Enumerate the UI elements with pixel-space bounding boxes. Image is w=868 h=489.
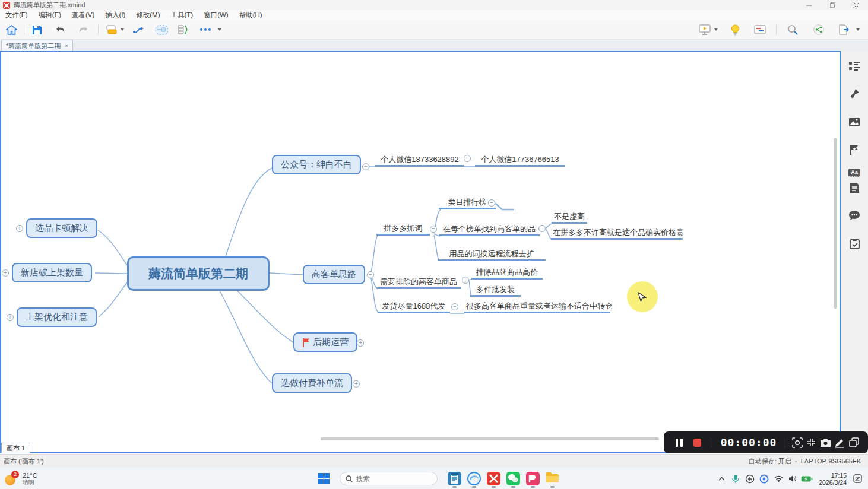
collapse-icon[interactable]: − bbox=[430, 226, 437, 233]
idea-lightbulb-button[interactable] bbox=[726, 22, 744, 37]
format-panel-button[interactable] bbox=[751, 22, 769, 37]
collapse-icon[interactable]: − bbox=[362, 163, 369, 170]
taskbar-app-xmind[interactable] bbox=[484, 469, 503, 488]
wifi-icon[interactable] bbox=[771, 470, 785, 488]
taskbar-app-wechat[interactable] bbox=[503, 469, 523, 488]
screenshot-camera-icon[interactable] bbox=[819, 435, 833, 450]
comments-icon[interactable] bbox=[845, 207, 863, 224]
map-topic[interactable]: 很多高客单商品重量或者运输不适合中转仓 bbox=[464, 301, 610, 313]
tab-close-icon[interactable]: × bbox=[65, 43, 68, 49]
horizontal-scrollbar[interactable] bbox=[321, 437, 659, 440]
document-tab[interactable]: *薅流简单版第二期 × bbox=[1, 40, 73, 51]
pause-recording-button[interactable] bbox=[676, 439, 683, 447]
presentation-dropdown-caret[interactable] bbox=[714, 28, 718, 31]
taskbar-app-explorer[interactable] bbox=[543, 469, 562, 488]
collapse-icon[interactable]: − bbox=[462, 277, 469, 284]
map-topic[interactable]: 在拼多多不许高就是这个品确实价格贵 bbox=[551, 227, 683, 240]
map-topic[interactable]: 个人微信18733628892 bbox=[375, 154, 464, 167]
export-button[interactable] bbox=[835, 22, 853, 37]
style-dropdown-caret[interactable] bbox=[121, 28, 124, 31]
map-topic[interactable]: 新店破上架数量 bbox=[12, 263, 92, 282]
map-topic[interactable]: 需要排除的高客单商品 bbox=[376, 277, 461, 289]
taskbar-search[interactable] bbox=[340, 472, 438, 485]
battery-icon[interactable] bbox=[800, 470, 814, 488]
share-button[interactable] bbox=[810, 22, 828, 37]
map-topic[interactable]: 在每个榜单找到高客单的品 bbox=[439, 224, 540, 236]
menu-view[interactable]: 查看(V) bbox=[66, 11, 100, 20]
tray-app-circle-icon[interactable] bbox=[757, 470, 771, 488]
sheet-tab[interactable]: 画布 1 bbox=[1, 443, 30, 453]
relationship-button[interactable] bbox=[130, 22, 148, 37]
menu-file[interactable]: 文件(F) bbox=[0, 11, 33, 20]
expand-icon[interactable]: + bbox=[7, 314, 14, 321]
export-dropdown-caret[interactable] bbox=[856, 28, 860, 31]
map-topic[interactable]: 多件批发装 bbox=[470, 284, 521, 297]
home-button[interactable] bbox=[2, 22, 20, 37]
collapse-icon[interactable]: − bbox=[367, 271, 374, 278]
search-input[interactable] bbox=[356, 475, 422, 482]
summary-button[interactable] bbox=[174, 22, 192, 37]
map-topic[interactable]: 类目排行榜 bbox=[439, 197, 496, 209]
region-select-icon[interactable] bbox=[790, 435, 804, 450]
start-button[interactable] bbox=[315, 473, 332, 484]
task-clipboard-icon[interactable] bbox=[845, 234, 863, 252]
map-topic[interactable]: 上架优化和注意 bbox=[17, 307, 97, 327]
annotate-pen-icon[interactable] bbox=[833, 435, 847, 450]
expand-icon[interactable]: + bbox=[16, 225, 23, 232]
tray-microphone-icon[interactable] bbox=[728, 470, 743, 488]
windows-layers-icon[interactable] bbox=[847, 435, 861, 450]
undo-button[interactable] bbox=[52, 22, 69, 37]
map-topic-flagged[interactable]: 后期运营 bbox=[293, 332, 357, 352]
menu-modify[interactable]: 修改(M) bbox=[131, 11, 165, 20]
mindmap-canvas[interactable] bbox=[0, 51, 841, 453]
volume-icon[interactable] bbox=[785, 470, 800, 488]
map-topic[interactable]: 高客单思路 bbox=[303, 265, 365, 284]
map-topic[interactable]: 用品的词按远程流程去扩 bbox=[438, 249, 546, 261]
collapse-icon[interactable]: − bbox=[538, 225, 546, 232]
more-tools-button[interactable] bbox=[197, 22, 214, 37]
map-topic[interactable]: 不是虚高 bbox=[552, 211, 587, 224]
map-topic[interactable]: 个人微信17736766513 bbox=[475, 154, 565, 167]
style-button[interactable] bbox=[102, 22, 120, 37]
more-dropdown-caret[interactable] bbox=[218, 28, 221, 31]
taskbar-app-media[interactable] bbox=[523, 469, 543, 488]
boundary-button[interactable] bbox=[153, 22, 170, 37]
insert-image-icon[interactable] bbox=[845, 113, 863, 131]
minimize-button[interactable] bbox=[797, 0, 821, 10]
collapse-icon[interactable]: − bbox=[464, 155, 471, 162]
minimize-recorder-icon[interactable] bbox=[804, 435, 819, 450]
collapse-icon[interactable]: − bbox=[488, 199, 495, 207]
map-topic[interactable]: 排除品牌商品高价 bbox=[471, 267, 543, 280]
stop-recording-button[interactable] bbox=[693, 439, 701, 447]
menu-window[interactable]: 窗口(W) bbox=[198, 11, 234, 20]
clock-widget[interactable]: 17:15 2026/3/24 bbox=[819, 472, 847, 486]
tray-ime-icon[interactable] bbox=[743, 470, 757, 488]
map-topic[interactable]: 选品卡顿解决 bbox=[26, 218, 97, 238]
zoom-search-button[interactable] bbox=[784, 22, 802, 37]
menu-edit[interactable]: 编辑(E) bbox=[33, 11, 66, 20]
notes-icon[interactable] bbox=[845, 179, 863, 196]
central-topic[interactable]: 薅流简单版第二期 bbox=[127, 256, 270, 291]
menu-help[interactable]: 帮助(H) bbox=[234, 11, 268, 20]
maximize-button[interactable] bbox=[821, 0, 844, 10]
menu-tools[interactable]: 工具(T) bbox=[165, 11, 198, 20]
vertical-scrollbar[interactable] bbox=[834, 138, 837, 309]
outline-icon[interactable] bbox=[845, 57, 863, 75]
collapse-icon[interactable]: − bbox=[451, 303, 458, 310]
label-icon[interactable]: Aa bbox=[848, 169, 860, 177]
expand-icon[interactable]: + bbox=[2, 269, 9, 277]
redo-button[interactable] bbox=[74, 22, 92, 37]
expand-icon[interactable]: + bbox=[357, 339, 364, 347]
menu-insert[interactable]: 插入(I) bbox=[100, 11, 131, 20]
notification-center-icon[interactable] bbox=[850, 470, 864, 488]
marker-flag-icon[interactable] bbox=[845, 141, 863, 158]
map-topic[interactable]: 拼多多抓词 bbox=[376, 223, 430, 236]
format-brush-icon[interactable] bbox=[845, 85, 863, 103]
taskbar-app-notepad[interactable] bbox=[445, 469, 464, 488]
save-button[interactable] bbox=[28, 22, 46, 37]
weather-widget[interactable]: 2 21°C 晴朗 bbox=[0, 472, 65, 486]
taskbar-app-browser[interactable] bbox=[464, 469, 484, 488]
expand-icon[interactable]: + bbox=[353, 380, 360, 388]
presentation-button[interactable] bbox=[696, 22, 714, 37]
map-topic[interactable]: 公众号：绅白不白 bbox=[272, 155, 361, 174]
